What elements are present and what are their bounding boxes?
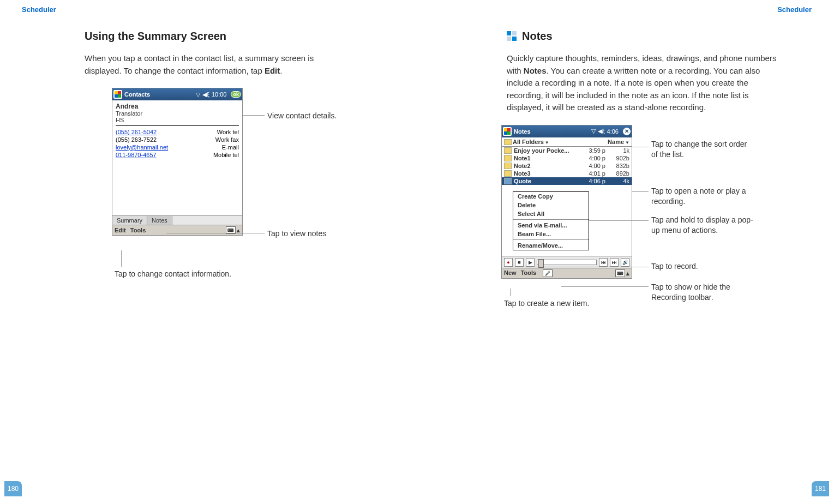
note-size: 832b <box>608 163 629 169</box>
callout-new: Tap to create a new item. <box>504 298 602 309</box>
note-row[interactable]: Quote4:06 p4k <box>502 177 632 185</box>
section-title-notes: Notes <box>507 30 784 43</box>
callout-popup: Tap and hold to display a pop-up menu of… <box>651 215 755 236</box>
new-button[interactable]: New <box>504 269 517 277</box>
note-icon <box>504 178 512 184</box>
note-row[interactable]: Note14:00 p902b <box>502 154 632 162</box>
note-time: 4:00 p <box>578 155 605 161</box>
header-left: Scheduler <box>22 5 395 14</box>
contact-label: E-mail <box>222 144 239 151</box>
stop-button[interactable]: ■ <box>515 258 524 267</box>
heading-right: Notes <box>522 30 553 43</box>
figure-contacts: Contacts ▽ ◀ξ 10:00 ok Andrea Translator… <box>85 88 346 284</box>
tools-button-notes[interactable]: Tools <box>521 269 537 277</box>
callout-open: Tap to open a note or play a recording. <box>651 186 755 207</box>
sort-filter[interactable]: Name▼ <box>608 139 629 145</box>
callout-toolbar: Tap to show or hide the Recording toolba… <box>651 282 766 303</box>
note-icon <box>504 170 512 177</box>
notes-list: Enjoy your Pocke...3:59 p1kNote14:00 p90… <box>502 147 632 256</box>
menu-item[interactable]: Rename/Move... <box>513 241 589 250</box>
callout-record: Tap to record. <box>651 261 698 272</box>
content-left: Using the Summary Screen When you tap a … <box>22 30 395 284</box>
note-time: 3:59 p <box>578 147 605 154</box>
tab-strip: Summary Notes <box>112 215 242 225</box>
content-right: Notes Quickly capture thoughts, reminder… <box>439 30 812 354</box>
contact-role: Translator <box>116 110 239 117</box>
note-icon <box>504 155 512 161</box>
menu-item[interactable]: Send via E-mail... <box>513 221 589 230</box>
note-name: Note2 <box>514 163 576 169</box>
volume-button[interactable]: 🔊 <box>621 258 629 267</box>
prev-button[interactable]: ⏮ <box>599 258 608 267</box>
callout-tap-notes: Tap to view notes <box>267 229 326 239</box>
app-title: Contacts <box>124 91 196 98</box>
close-button[interactable]: ✕ <box>623 128 631 135</box>
start-icon[interactable] <box>113 90 122 99</box>
contact-value[interactable]: 011-9870-4657 <box>116 152 157 158</box>
bottom-bar: Edit Tools ⌨▴ <box>112 225 242 235</box>
contact-label: Work fax <box>215 136 239 143</box>
titlebar-contacts: Contacts ▽ ◀ξ 10:00 ok <box>112 88 242 100</box>
contact-value[interactable]: lovely@hanmail.net <box>116 144 168 151</box>
menu-item[interactable]: Beam File... <box>513 230 589 238</box>
header-right: Scheduler <box>439 5 812 14</box>
menu-item[interactable]: Select All <box>513 209 589 218</box>
tools-button[interactable]: Tools <box>130 227 146 233</box>
contact-row[interactable]: (055) 261-5042Work tel <box>116 128 239 136</box>
progress-slider[interactable] <box>537 260 597 265</box>
note-name: Note3 <box>514 170 576 177</box>
note-size: 1k <box>608 147 629 154</box>
note-name: Quote <box>514 178 576 184</box>
status-area: ▽ ◀ξ 10:00 ok <box>196 91 241 98</box>
contact-value[interactable]: (055) 261-5042 <box>116 129 157 135</box>
tab-notes[interactable]: Notes <box>147 216 172 225</box>
recording-toggle-icon[interactable]: 🎤 <box>543 269 553 277</box>
note-row[interactable]: Enjoy your Pocke...3:59 p1k <box>502 147 632 154</box>
note-name: Enjoy your Pocke... <box>514 147 576 154</box>
play-button[interactable]: ▶ <box>526 258 535 267</box>
keyboard-toggle-notes[interactable]: ⌨▴ <box>615 269 629 277</box>
callout-sort: Tap to change the sort order of the list… <box>651 139 755 160</box>
ok-button[interactable]: ok <box>231 91 241 98</box>
note-row[interactable]: Note34:01 p892b <box>502 170 632 177</box>
note-size: 902b <box>608 155 629 161</box>
page-number-right: 181 <box>812 481 829 496</box>
start-icon[interactable] <box>503 127 512 136</box>
contacts-device: Contacts ▽ ◀ξ 10:00 ok Andrea Translator… <box>112 88 243 236</box>
contact-label: Mobile tel <box>213 152 239 158</box>
menu-item[interactable]: Delete <box>513 201 589 209</box>
next-button[interactable]: ⏭ <box>610 258 619 267</box>
notes-device: Notes ▽ ◀ξ 4:06 ✕ All Folders▼ Name▼ Enj… <box>501 125 632 279</box>
speaker-icon[interactable]: ◀ξ <box>598 128 605 135</box>
speaker-icon[interactable]: ◀ξ <box>202 91 209 98</box>
edit-button[interactable]: Edit <box>115 227 126 233</box>
contact-row[interactable]: 011-9870-4657Mobile tel <box>116 151 239 159</box>
page-number-left: 180 <box>4 481 22 496</box>
contact-row[interactable]: lovely@hanmail.netE-mail <box>116 143 239 151</box>
note-icon <box>504 163 512 169</box>
status-area-notes: ▽ ◀ξ 4:06 ✕ <box>591 128 631 135</box>
contact-value[interactable]: (055) 263-7522 <box>116 136 157 143</box>
note-name: Note1 <box>514 155 576 161</box>
context-menu: Create CopyDeleteSelect AllSend via E-ma… <box>513 191 589 250</box>
note-row[interactable]: Note24:00 p832b <box>502 162 632 170</box>
contact-name: Andrea <box>116 103 239 110</box>
figure-notes: Notes ▽ ◀ξ 4:06 ✕ All Folders▼ Name▼ Enj… <box>447 125 784 354</box>
note-size: 892b <box>608 170 629 177</box>
app-title-notes: Notes <box>514 128 591 135</box>
contact-summary: Andrea Translator HS (055) 261-5042Work … <box>112 100 242 215</box>
menu-item[interactable]: Create Copy <box>513 192 589 201</box>
titlebar-notes: Notes ▽ ◀ξ 4:06 ✕ <box>502 125 632 137</box>
note-time: 4:00 p <box>578 163 605 169</box>
page-right: Scheduler Notes Quickly capture thoughts… <box>417 0 833 504</box>
note-icon <box>504 147 512 154</box>
clock-time-notes: 4:06 <box>607 128 619 135</box>
filter-icon: ▽ <box>196 91 200 98</box>
callout-tap-edit: Tap to change contact information. <box>115 269 231 280</box>
note-size: 4k <box>608 178 629 184</box>
record-button[interactable]: ● <box>504 258 513 267</box>
filter-icon: ▽ <box>591 128 596 135</box>
folder-filter[interactable]: All Folders▼ <box>504 139 549 146</box>
contact-row[interactable]: (055) 263-7522Work fax <box>116 136 239 143</box>
tab-summary[interactable]: Summary <box>112 216 147 225</box>
